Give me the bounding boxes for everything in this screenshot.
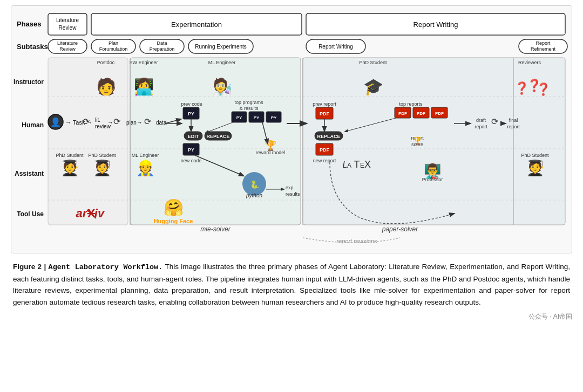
figure-label: Figure 2 | bbox=[13, 263, 49, 271]
svg-text:Literature: Literature bbox=[56, 17, 79, 23]
svg-text:draft: draft bbox=[476, 118, 486, 123]
svg-text:PDF: PDF bbox=[435, 111, 444, 116]
svg-text:🤗: 🤗 bbox=[164, 198, 184, 217]
svg-text:Forumulation: Forumulation bbox=[99, 46, 128, 52]
svg-text:E: E bbox=[360, 162, 364, 169]
svg-text:→: → bbox=[137, 119, 143, 126]
svg-text:→: → bbox=[107, 119, 113, 126]
phases-label: Phases bbox=[17, 20, 42, 28]
svg-text:⟳: ⟳ bbox=[491, 117, 499, 126]
svg-text:🧑: 🧑 bbox=[96, 77, 117, 97]
svg-text:👤: 👤 bbox=[50, 117, 61, 127]
svg-text:PhD Student: PhD Student bbox=[359, 60, 387, 65]
svg-text:Tool Use: Tool Use bbox=[17, 210, 44, 218]
svg-text:EDIT: EDIT bbox=[188, 134, 199, 139]
svg-text:⟳: ⟳ bbox=[113, 117, 121, 126]
svg-text:👨‍🏫: 👨‍🏫 bbox=[424, 162, 442, 180]
svg-text:⟳: ⟳ bbox=[83, 117, 90, 126]
svg-text:PhD Student: PhD Student bbox=[521, 153, 549, 158]
svg-text:exp.: exp. bbox=[286, 185, 295, 190]
svg-text:& results: & results bbox=[239, 106, 259, 111]
svg-text:Report: Report bbox=[535, 40, 551, 46]
diagram-svg: Phases Literature Review Experimentation… bbox=[11, 6, 572, 253]
svg-text:❓: ❓ bbox=[536, 82, 551, 97]
svg-text:🎓: 🎓 bbox=[363, 77, 384, 97]
diagram-wrapper: Phases Literature Review Experimentation… bbox=[11, 5, 572, 253]
caption-area: Figure 2 | Agent Laboratory Workflow. Th… bbox=[11, 261, 572, 308]
svg-text:Reviewers: Reviewers bbox=[518, 60, 541, 65]
svg-text:Preparation: Preparation bbox=[150, 46, 175, 52]
svg-text:🧑‍🎓: 🧑‍🎓 bbox=[526, 159, 545, 177]
svg-text:PDF: PDF bbox=[320, 111, 330, 116]
svg-text:Postdoc: Postdoc bbox=[97, 60, 115, 65]
svg-text:SW Engineer: SW Engineer bbox=[129, 60, 158, 65]
svg-text:🏆: 🏆 bbox=[413, 136, 423, 146]
svg-text:top reports: top reports bbox=[399, 101, 423, 107]
svg-text:new report: new report bbox=[313, 158, 336, 163]
svg-text:REPLACE: REPLACE bbox=[317, 134, 340, 139]
svg-text:Subtasks: Subtasks bbox=[17, 43, 48, 51]
svg-text:Instructor: Instructor bbox=[13, 78, 44, 86]
svg-text:PY: PY bbox=[188, 111, 194, 116]
svg-text:👩‍💻: 👩‍💻 bbox=[134, 77, 154, 97]
svg-text:data: data bbox=[156, 120, 167, 126]
svg-text:Literature: Literature bbox=[57, 40, 78, 46]
svg-text:python: python bbox=[246, 192, 262, 198]
figure-title: Agent Laboratory Workflow. bbox=[49, 263, 163, 271]
svg-rect-1 bbox=[48, 13, 87, 35]
watermark: 公众号 · AI帝国 bbox=[11, 312, 572, 321]
svg-text:Refinement: Refinement bbox=[531, 46, 556, 52]
svg-text:ML Engineer: ML Engineer bbox=[208, 60, 236, 65]
svg-text:PY: PY bbox=[271, 115, 277, 120]
svg-text:prev code: prev code bbox=[181, 101, 202, 107]
svg-text:PDF: PDF bbox=[398, 111, 407, 116]
svg-text:new code: new code bbox=[181, 158, 202, 163]
svg-text:PhD Student: PhD Student bbox=[56, 153, 84, 158]
svg-text:Data: Data bbox=[157, 40, 167, 46]
svg-text:report revisions: report revisions bbox=[336, 238, 377, 244]
svg-text:PDF: PDF bbox=[320, 147, 330, 153]
svg-text:Review: Review bbox=[59, 46, 76, 52]
svg-text:top programs: top programs bbox=[234, 100, 263, 105]
svg-text:Hugging Face: Hugging Face bbox=[154, 218, 193, 224]
svg-text:🧑‍🎓: 🧑‍🎓 bbox=[60, 159, 79, 177]
svg-text:REPLACE: REPLACE bbox=[206, 134, 229, 139]
svg-text:🐍: 🐍 bbox=[250, 180, 260, 189]
svg-text:plan: plan bbox=[126, 120, 137, 126]
svg-text:mle-solver: mle-solver bbox=[200, 225, 231, 233]
svg-text:🧑‍🔬: 🧑‍🔬 bbox=[212, 77, 233, 97]
svg-text:PY: PY bbox=[254, 115, 260, 120]
svg-text:ML Engineer: ML Engineer bbox=[132, 153, 159, 158]
svg-text:X: X bbox=[364, 159, 371, 170]
svg-text:⟳: ⟳ bbox=[144, 117, 152, 126]
page-container: Phases Literature Review Experimentation… bbox=[0, 0, 583, 332]
svg-rect-25 bbox=[48, 58, 128, 225]
svg-text:paper-solver: paper-solver bbox=[382, 225, 418, 233]
svg-text:lit.: lit. bbox=[95, 117, 100, 123]
svg-text:Human: Human bbox=[22, 121, 44, 129]
svg-text:prev report: prev report bbox=[313, 101, 336, 107]
svg-text:🏆: 🏆 bbox=[265, 140, 277, 152]
svg-text:report: report bbox=[474, 124, 487, 129]
svg-text:Experimentation: Experimentation bbox=[171, 20, 222, 29]
svg-text:Plan: Plan bbox=[109, 40, 118, 46]
svg-text:Assistant: Assistant bbox=[15, 170, 44, 177]
svg-text:PY: PY bbox=[236, 115, 242, 120]
svg-text:👷: 👷 bbox=[136, 159, 155, 177]
svg-text:results: results bbox=[286, 191, 300, 197]
svg-text:Report Writing: Report Writing bbox=[413, 20, 458, 29]
svg-text:🧑‍🎓: 🧑‍🎓 bbox=[93, 159, 112, 177]
svg-text:PhD Student: PhD Student bbox=[88, 153, 116, 158]
svg-text:A: A bbox=[347, 162, 351, 169]
svg-text:PY: PY bbox=[188, 147, 194, 153]
caption-body: Figure 2 | Agent Laboratory Workflow. Th… bbox=[13, 261, 570, 308]
svg-text:Running Experiments: Running Experiments bbox=[195, 44, 247, 50]
svg-text:PDF: PDF bbox=[417, 111, 425, 116]
svg-text:T: T bbox=[354, 159, 360, 170]
svg-text:Review: Review bbox=[59, 25, 77, 31]
svg-text:Report Writing: Report Writing bbox=[318, 44, 353, 50]
svg-text:ar: ar bbox=[76, 207, 88, 220]
